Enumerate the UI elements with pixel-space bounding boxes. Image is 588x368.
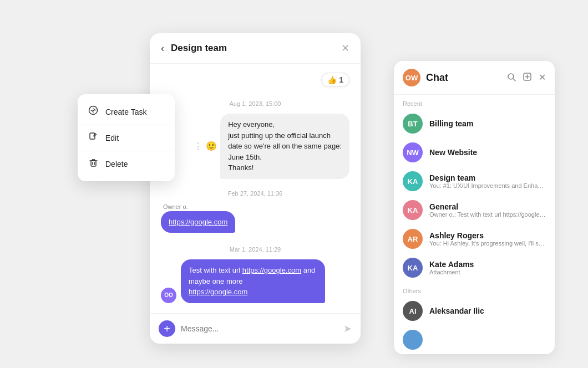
chat-item-kate-adams[interactable]: KA Kate Adams Attachment <box>394 253 555 282</box>
design-team-avatar: KA <box>403 171 423 191</box>
context-menu-create-task[interactable]: Create Task <box>78 99 175 125</box>
search-icon[interactable] <box>507 73 516 83</box>
message-bubble-1: Hey everyone,just putting up the officia… <box>220 114 349 179</box>
billing-team-avatar: BT <box>403 114 423 134</box>
kate-preview: Attachment <box>429 269 546 275</box>
timestamp-2: Feb 27, 2024, 11:36 <box>161 190 349 197</box>
message-options: ⋮ 🙂 <box>194 141 217 151</box>
general-avatar: KA <box>403 200 423 220</box>
chat-item-design-team[interactable]: KA Design team You: #1: UX/UI Improvemen… <box>394 167 555 196</box>
back-button[interactable]: ‹ <box>161 43 164 54</box>
sender-label-row: Owner o. https://google.com <box>161 203 349 236</box>
chat-item-extra[interactable] <box>394 325 555 354</box>
new-website-avatar: NW <box>403 142 423 162</box>
design-team-chat-modal: ‹ Design team ✕ 👍 1 Aug 1, 2023, 15:00 ⋮… <box>150 33 361 344</box>
message-row-3: OO Test with text url https://google.com… <box>161 259 349 303</box>
general-preview: Owner o.: Test with text url https://goo… <box>429 211 546 218</box>
svg-rect-5 <box>91 161 96 166</box>
chat-user-avatar: OW <box>403 69 420 86</box>
svg-line-1 <box>513 79 515 81</box>
timestamp-1: Aug 1, 2023, 15:00 <box>161 100 349 107</box>
chat-item-billing-team[interactable]: BT Billing team <box>394 109 555 138</box>
chat-modal-body: 👍 1 Aug 1, 2023, 15:00 ⋮ 🙂 Hey everyone,… <box>150 64 361 313</box>
design-team-name: Design team <box>429 173 546 182</box>
recent-label: Recent <box>394 95 555 109</box>
message-input[interactable] <box>181 324 338 333</box>
kate-name: Kate Adams <box>429 260 546 269</box>
context-menu-delete[interactable]: Delete <box>78 151 175 177</box>
general-name: General <box>429 202 546 211</box>
compose-icon[interactable] <box>523 72 532 83</box>
msg3-link1[interactable]: https://google.com <box>242 266 301 274</box>
reaction-bubble[interactable]: 👍 1 <box>321 73 349 87</box>
message-bubble-2: https://google.com <box>161 211 235 233</box>
context-menu-edit[interactable]: Edit <box>78 125 175 151</box>
ashley-preview: You: Hi Ashley. It's progressing well, I… <box>429 240 546 247</box>
emoji-reaction-icon[interactable]: 🙂 <box>206 141 217 151</box>
chat-item-general[interactable]: KA General Owner o.: Test with text url … <box>394 196 555 224</box>
aleksandar-name: Aleksandar Ilic <box>429 306 546 315</box>
close-chat-modal-button[interactable]: ✕ <box>341 42 349 54</box>
more-options-icon[interactable]: ⋮ <box>194 141 202 151</box>
chat-panel-header: OW Chat ✕ <box>394 61 555 95</box>
sender-label: Owner o. <box>161 203 349 210</box>
edit-label: Edit <box>105 134 119 142</box>
context-menu: Create Task Edit Delete <box>78 94 175 181</box>
msg3-link2[interactable]: https://google.com <box>189 288 247 296</box>
msg3-text1: Test with text url <box>189 266 242 274</box>
design-team-preview: You: #1: UX/UI Improvements and Enhancem… <box>429 182 546 189</box>
others-label: Others <box>394 282 555 297</box>
chat-panel: OW Chat ✕ Recent BT Billing team <box>394 61 555 354</box>
timestamp-3: Mar 1, 2024, 11:29 <box>161 246 349 253</box>
extra-avatar <box>403 330 423 350</box>
link-google-1[interactable]: https://google.com <box>169 218 227 226</box>
ashley-avatar: AR <box>403 229 423 249</box>
chat-panel-title: Chat <box>426 72 501 84</box>
billing-team-name: Billing team <box>429 119 546 128</box>
kate-avatar: KA <box>403 258 423 278</box>
reaction-emoji: 👍 <box>327 75 337 84</box>
edit-icon <box>88 132 99 144</box>
add-attachment-button[interactable]: + <box>159 320 175 337</box>
chat-modal-footer: + ➤ <box>150 313 361 344</box>
chat-modal-header: ‹ Design team ✕ <box>150 33 361 64</box>
create-task-icon <box>88 105 99 118</box>
chat-item-new-website[interactable]: NW New Website <box>394 138 555 167</box>
message-row-1: ⋮ 🙂 Hey everyone,just putting up the off… <box>161 114 349 179</box>
reaction-row: 👍 1 <box>161 73 349 87</box>
message-bubble-3: Test with text url https://google.com an… <box>181 259 325 303</box>
chat-item-ashley-rogers[interactable]: AR Ashley Rogers You: Hi Ashley. It's pr… <box>394 224 555 253</box>
reaction-count: 1 <box>339 75 343 84</box>
aleksandar-avatar: AI <box>403 301 423 321</box>
new-website-name: New Website <box>429 148 546 157</box>
chat-modal-title: Design team <box>171 43 334 54</box>
close-chat-panel-icon[interactable]: ✕ <box>539 73 546 82</box>
ashley-name: Ashley Rogers <box>429 231 546 240</box>
message-avatar-3: OO <box>161 288 176 303</box>
delete-icon <box>88 158 99 170</box>
create-task-label: Create Task <box>105 108 146 116</box>
message-row-2: https://google.com <box>161 211 349 233</box>
chat-item-aleksandar[interactable]: AI Aleksandar Ilic <box>394 297 555 325</box>
chat-panel-actions: ✕ <box>507 72 546 83</box>
delete-label: Delete <box>105 160 128 168</box>
send-button[interactable]: ➤ <box>343 323 352 335</box>
